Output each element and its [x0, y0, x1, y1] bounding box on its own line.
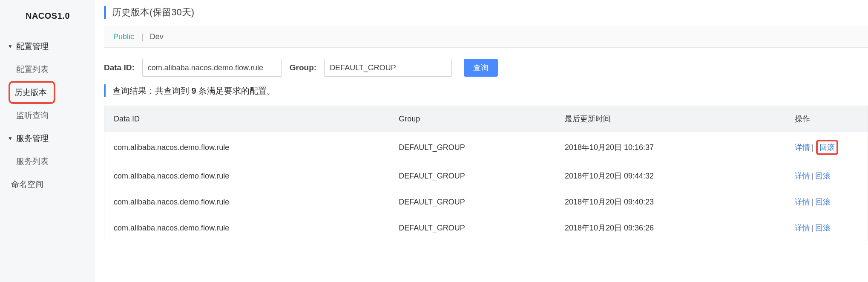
- cell-dataid: com.alibaba.nacos.demo.flow.rule: [104, 132, 390, 163]
- result-count: 9: [192, 86, 196, 95]
- ops-wrap: 详情|回滚: [795, 140, 839, 155]
- dataid-input[interactable]: [142, 59, 282, 77]
- detail-link[interactable]: 详情: [795, 171, 810, 181]
- app-logo: NACOS1.0: [0, 0, 95, 32]
- cell-dataid: com.alibaba.nacos.demo.flow.rule: [104, 163, 390, 189]
- nav-group-label: 配置管理: [16, 41, 49, 52]
- sidebar-item-history[interactable]: 历史版本: [0, 81, 95, 104]
- result-summary: 查询结果：共查询到 9 条满足要求的配置。: [104, 84, 868, 97]
- namespace-tabs: Public | Dev: [104, 26, 868, 48]
- th-group: Group: [389, 106, 555, 132]
- detail-link[interactable]: 详情: [795, 197, 810, 207]
- tab-dev[interactable]: Dev: [150, 32, 164, 41]
- sidebar-item-label: 历史版本: [14, 88, 47, 97]
- table-header-row: Data ID Group 最后更新时间 操作: [104, 106, 868, 132]
- dataid-label: Data ID:: [104, 63, 135, 72]
- page-title: 历史版本(保留30天): [112, 6, 194, 19]
- detail-link[interactable]: 详情: [795, 223, 810, 233]
- caret-down-icon: ▼: [8, 135, 14, 141]
- title-accent-bar: [104, 6, 106, 19]
- cell-ops: 详情|回滚: [785, 163, 868, 189]
- nav-group-header-config[interactable]: ▼ 配置管理: [0, 35, 95, 58]
- cell-group: DEFAULT_GROUP: [389, 163, 555, 189]
- result-text: 查询结果：共查询到 9 条满足要求的配置。: [112, 85, 275, 97]
- table-row: com.alibaba.nacos.demo.flow.ruleDEFAULT_…: [104, 163, 868, 189]
- nav-group-service: ▼ 服务管理 服务列表: [0, 127, 95, 173]
- cell-time: 2018年10月20日 09:36:26: [555, 215, 785, 241]
- nav-group-header-service[interactable]: ▼ 服务管理: [0, 127, 95, 150]
- th-ops: 操作: [785, 106, 868, 132]
- result-accent-bar: [104, 84, 106, 97]
- sidebar-item-service-list[interactable]: 服务列表: [0, 150, 95, 173]
- cell-ops: 详情|回滚: [785, 189, 868, 215]
- cell-time: 2018年10月20日 09:40:23: [555, 189, 785, 215]
- caret-down-icon: ▼: [8, 43, 14, 49]
- sidebar-nav: ▼ 配置管理 配置列表 历史版本 监听查询 ▼ 服务管理 服务列表: [0, 32, 95, 199]
- ops-wrap: 详情|回滚: [795, 171, 831, 181]
- ops-separator: |: [812, 143, 814, 152]
- cell-group: DEFAULT_GROUP: [389, 215, 555, 241]
- rollback-link[interactable]: 回滚: [815, 197, 831, 207]
- filter-bar: Data ID: Group: 查询: [104, 59, 868, 77]
- search-button[interactable]: 查询: [464, 59, 498, 77]
- cell-time: 2018年10月20日 10:16:37: [555, 132, 785, 163]
- table-row: com.alibaba.nacos.demo.flow.ruleDEFAULT_…: [104, 189, 868, 215]
- ops-separator: |: [812, 172, 814, 181]
- th-time: 最后更新时间: [555, 106, 785, 132]
- result-prefix: 查询结果：共查询到: [112, 86, 192, 95]
- nav-group-config: ▼ 配置管理 配置列表 历史版本 监听查询: [0, 35, 95, 127]
- nav-group-label: 服务管理: [16, 133, 49, 144]
- rollback-link[interactable]: 回滚: [819, 143, 835, 152]
- tab-separator: |: [141, 32, 144, 41]
- ops-wrap: 详情|回滚: [795, 223, 831, 233]
- ops-separator: |: [812, 198, 814, 207]
- cell-group: DEFAULT_GROUP: [389, 132, 555, 163]
- table-row: com.alibaba.nacos.demo.flow.ruleDEFAULT_…: [104, 132, 868, 163]
- page-title-row: 历史版本(保留30天): [104, 6, 868, 19]
- highlight-box: 历史版本: [9, 81, 55, 104]
- main-content: 历史版本(保留30天) Public | Dev Data ID: Group:…: [95, 0, 868, 282]
- history-table: Data ID Group 最后更新时间 操作 com.alibaba.naco…: [104, 106, 868, 241]
- ops-wrap: 详情|回滚: [795, 197, 831, 207]
- cell-dataid: com.alibaba.nacos.demo.flow.rule: [104, 189, 390, 215]
- cell-ops: 详情|回滚: [785, 215, 868, 241]
- sidebar: NACOS1.0 ▼ 配置管理 配置列表 历史版本 监听查询 ▼: [0, 0, 95, 282]
- sidebar-item-config-list[interactable]: 配置列表: [0, 58, 95, 81]
- table-row: com.alibaba.nacos.demo.flow.ruleDEFAULT_…: [104, 215, 868, 241]
- ops-separator: |: [812, 224, 814, 233]
- cell-ops: 详情|回滚: [785, 132, 868, 163]
- result-suffix: 条满足要求的配置。: [196, 86, 276, 95]
- cell-dataid: com.alibaba.nacos.demo.flow.rule: [104, 215, 390, 241]
- highlight-box: 回滚: [816, 140, 838, 155]
- th-dataid: Data ID: [104, 106, 390, 132]
- sidebar-item-listener-query[interactable]: 监听查询: [0, 104, 95, 127]
- rollback-link[interactable]: 回滚: [815, 223, 831, 233]
- sidebar-item-namespace[interactable]: 命名空间: [0, 173, 95, 196]
- tab-public[interactable]: Public: [113, 32, 134, 41]
- group-label: Group:: [290, 63, 316, 72]
- rollback-link[interactable]: 回滚: [815, 171, 831, 181]
- cell-time: 2018年10月20日 09:44:32: [555, 163, 785, 189]
- cell-group: DEFAULT_GROUP: [389, 189, 555, 215]
- detail-link[interactable]: 详情: [795, 142, 810, 153]
- group-input[interactable]: [324, 59, 452, 77]
